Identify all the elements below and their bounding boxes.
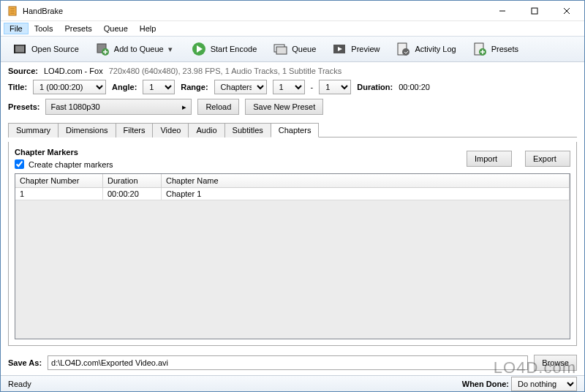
cell-chapter-name[interactable]: Chapter 1 [162,188,570,200]
minimize-button[interactable] [486,1,518,20]
title-select[interactable]: 1 (00:00:20) [33,80,106,94]
app-window: HandBrake File Tools Presets Queue Help … [0,0,585,392]
menu-queue[interactable]: Queue [98,23,134,34]
queue-icon [273,42,287,56]
app-title: HandBrake [23,7,486,15]
tab-subtitles[interactable]: Subtitles [224,123,271,137]
preset-value: Fast 1080p30 [50,102,99,111]
col-chapter-name[interactable]: Chapter Name [162,174,570,187]
app-icon [7,5,18,17]
toolbar: Open Source Add to Queue ▾ Start Encode … [1,36,584,62]
create-chapter-markers-label: Create chapter markers [29,160,113,169]
titlebar: HandBrake [1,1,584,21]
source-info: 720x480 (640x480), 23.98 FPS, 1 Audio Tr… [109,67,342,75]
source-label: Source: [8,67,38,75]
tab-summary[interactable]: Summary [8,123,58,137]
range-label: Range: [181,83,208,91]
menu-file[interactable]: File [4,23,29,34]
log-icon [396,42,410,56]
presets-icon [472,42,487,56]
preview-icon [332,42,347,56]
when-done-label: When Done: [462,380,509,388]
col-duration[interactable]: Duration [103,174,162,187]
source-row: Source: LO4D.com - Fox 720x480 (640x480)… [8,67,577,75]
chapter-markers-title: Chapter Markers [15,148,453,157]
title-row: Title: 1 (00:00:20) Angle: 1 Range: Chap… [8,80,577,94]
svg-rect-6 [15,46,24,52]
cell-duration: 00:00:20 [103,188,162,200]
open-source-button[interactable]: Open Source [5,39,86,59]
duration-label: Duration: [357,83,393,91]
tabstrip: Summary Dimensions Filters Video Audio S… [8,122,577,137]
tab-audio[interactable]: Audio [188,123,224,137]
tab-dimensions[interactable]: Dimensions [58,123,116,137]
svg-rect-7 [14,45,15,53]
chapters-table: Chapter Number Duration Chapter Name 1 0… [15,173,570,339]
add-to-queue-button[interactable]: Add to Queue ▾ [88,39,183,59]
queue-add-icon [95,42,110,56]
menubar: File Tools Presets Queue Help [1,21,584,36]
queue-label: Queue [292,45,316,53]
close-button[interactable] [551,1,583,20]
tab-video[interactable]: Video [152,123,189,137]
title-label: Title: [8,83,27,91]
angle-label: Angle: [112,83,137,91]
chapters-panel: Chapter Markers Create chapter markers I… [8,142,577,346]
start-encode-label: Start Encode [211,45,257,53]
svg-rect-8 [24,45,26,53]
export-button[interactable]: Export [525,151,570,167]
table-row[interactable]: 1 00:00:20 Chapter 1 [15,188,570,200]
reload-button[interactable]: Reload [197,99,239,115]
svg-rect-2 [532,8,537,14]
maximize-button[interactable] [518,1,551,20]
chevron-down-icon: ▾ [168,45,176,54]
tab-chapters[interactable]: Chapters [271,123,320,137]
start-encode-button[interactable]: Start Encode [184,39,265,59]
add-to-queue-label: Add to Queue [114,45,164,53]
range-from-select[interactable]: 1 [273,80,305,94]
save-as-input[interactable] [48,355,528,370]
save-as-label: Save As: [8,358,42,367]
range-to-select[interactable]: 1 [319,80,351,94]
activity-log-button[interactable]: Activity Log [388,39,463,59]
create-chapter-markers-checkbox[interactable]: Create chapter markers [15,159,453,169]
presets-row-label: Presets: [8,102,39,111]
open-source-label: Open Source [31,45,79,53]
preview-label: Preview [351,45,380,53]
menu-help[interactable]: Help [134,23,162,34]
menu-presets[interactable]: Presets [58,23,97,34]
chevron-right-icon: ▸ [182,102,186,112]
play-icon [192,42,206,56]
menu-tools[interactable]: Tools [29,23,59,34]
status-bar: Ready When Done: Do nothing [1,375,584,391]
col-chapter-number[interactable]: Chapter Number [15,174,103,187]
film-icon [12,42,27,56]
when-done-select[interactable]: Do nothing [511,377,577,391]
save-new-preset-button[interactable]: Save New Preset [245,99,323,115]
angle-select[interactable]: 1 [143,80,175,94]
queue-button[interactable]: Queue [265,39,323,59]
range-type-select[interactable]: Chapters [214,80,267,94]
import-button[interactable]: Import [467,151,512,167]
preset-picker[interactable]: Fast 1080p30 ▸ [45,99,192,115]
range-dash: - [311,83,314,91]
activity-log-label: Activity Log [415,45,456,53]
create-chapter-markers-input[interactable] [15,159,24,169]
status-text: Ready [8,380,31,388]
cell-chapter-number: 1 [15,188,103,200]
svg-rect-14 [276,47,287,54]
presets-button[interactable]: Presets [465,39,526,59]
presets-label: Presets [491,45,518,53]
svg-point-18 [402,48,410,56]
preview-button[interactable]: Preview [325,39,387,59]
tab-filters[interactable]: Filters [116,123,154,137]
presets-row: Presets: Fast 1080p30 ▸ Reload Save New … [8,99,577,115]
table-header: Chapter Number Duration Chapter Name [15,174,570,188]
source-name: LO4D.com - Fox [44,67,103,75]
watermark: LO4D.com [494,358,576,377]
duration-value: 00:00:20 [399,83,430,91]
